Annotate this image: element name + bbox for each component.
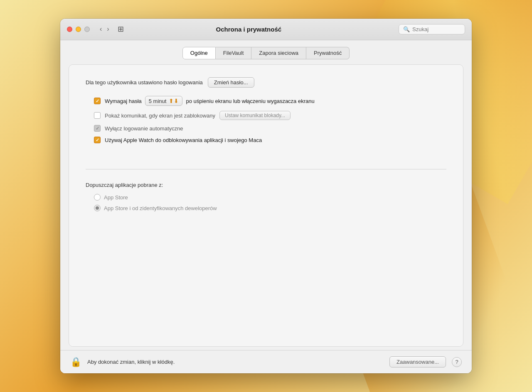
require-password-inline: Wymagaj hasła 5 minut ⬆⬇ po uśpieniu ekr… [105,96,315,106]
radio-app-store-identified-label: App Store i od zidentyfikowanych dewelop… [104,205,217,211]
lock-text: Aby dokonać zmian, kliknij w kłódkę. [87,359,384,365]
preferences-window: ‹ › ⊞ Ochrona i prywatność 🔍 Ogólne File… [60,19,472,373]
bottom-bar: 🔒 Aby dokonać zmian, kliknij w kłódkę. Z… [60,350,472,373]
close-button[interactable] [67,27,72,32]
require-password-checkbox[interactable] [94,98,101,104]
search-input[interactable] [412,26,462,32]
show-message-row: Pokaż komunikat, gdy ekran jest zablokow… [86,111,446,120]
tab-ogolne[interactable]: Ogólne [182,47,216,59]
minimize-button[interactable] [76,27,81,32]
back-button[interactable]: ‹ [98,25,103,33]
set-message-button: Ustaw komunikat blokady... [219,111,291,120]
require-password-suffix: po uśpieniu ekranu lub włączeniu wygasza… [186,98,314,104]
traffic-lights [67,27,90,32]
disable-autologin-label: Wyłącz logowanie automatyczne [105,125,183,132]
password-row: Dla tego użytkownika ustawiono hasło log… [86,77,446,88]
advanced-button[interactable]: Zaawansowane... [389,356,446,368]
show-message-label: Pokaż komunikat, gdy ekran jest zablokow… [105,113,215,119]
main-content: Dla tego użytkownika ustawiono hasło log… [69,64,463,347]
radio-app-store-identified[interactable] [94,205,101,211]
section-divider [86,169,446,169]
search-icon: 🔍 [403,26,410,32]
tab-bar: Ogólne FileVault Zapora sieciowa Prywatn… [60,40,472,64]
show-message-checkbox[interactable] [94,112,101,119]
disable-autologin-checkbox[interactable] [94,125,101,132]
maximize-button[interactable] [84,27,90,32]
window-title: Ochrona i prywatność [104,26,394,33]
tab-prywatnosc[interactable]: Prywatność [306,47,350,59]
time-dropdown-value: 5 minut [149,98,167,104]
search-box[interactable]: 🔍 [399,24,465,34]
downloads-label: Dopuszczaj aplikacje pobrane z: [86,182,446,188]
titlebar: ‹ › ⊞ Ochrona i prywatność 🔍 [60,19,472,40]
password-label: Dla tego użytkownika ustawiono hasło log… [86,79,203,86]
require-password-label: Wymagaj hasła [105,98,142,104]
time-dropdown[interactable]: 5 minut ⬆⬇ [145,96,183,106]
apple-watch-label: Używaj Apple Watch do odblokowywania apl… [105,137,262,143]
apple-watch-checkbox[interactable] [94,137,101,143]
help-button[interactable]: ? [452,357,462,367]
radio-app-store-label: App Store [104,194,128,201]
dropdown-arrow-icon: ⬆⬇ [169,98,179,104]
disable-autologin-row: Wyłącz logowanie automatyczne [86,125,446,132]
apple-watch-row: Używaj Apple Watch do odblokowywania apl… [86,137,446,143]
tab-filevault[interactable]: FileVault [216,47,252,59]
lock-icon: 🔒 [70,357,81,368]
section-downloads: Dopuszczaj aplikacje pobrane z: App Stor… [86,178,446,211]
radio-app-store-identified-row: App Store i od zidentyfikowanych dewelop… [86,205,446,211]
section-password: Dla tego użytkownika ustawiono hasło log… [86,77,446,161]
change-password-button[interactable]: Zmień hasło... [208,77,254,88]
require-password-row: Wymagaj hasła 5 minut ⬆⬇ po uśpieniu ekr… [86,96,446,106]
radio-app-store-row: App Store [86,194,446,201]
tab-zapora[interactable]: Zapora sieciowa [251,47,306,59]
radio-app-store[interactable] [94,194,101,201]
